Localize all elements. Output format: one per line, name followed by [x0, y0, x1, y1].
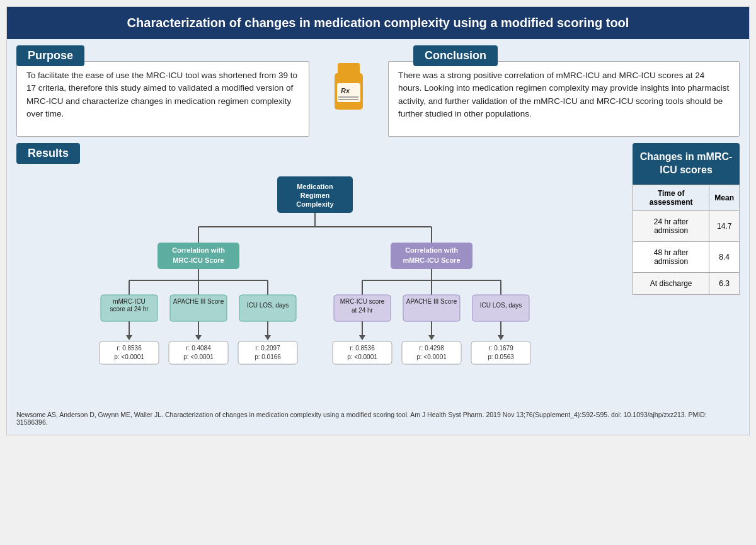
svg-text:r: 0.1679: r: 0.1679 — [488, 345, 513, 352]
main-container: Characterization of changes in medicatio… — [6, 6, 750, 435]
svg-text:Regimen: Regimen — [301, 192, 330, 199]
svg-text:MRC-ICU score: MRC-ICU score — [340, 298, 385, 305]
svg-text:p: <0.0001: p: <0.0001 — [416, 353, 447, 360]
svg-text:score at 24 hr: score at 24 hr — [110, 306, 149, 313]
svg-text:r: 0.4298: r: 0.4298 — [419, 345, 444, 352]
svg-text:APACHE III Score: APACHE III Score — [406, 298, 457, 305]
purpose-label: Purpose — [16, 45, 84, 66]
svg-text:at 24 hr: at 24 hr — [352, 307, 374, 314]
results-label: Results — [16, 143, 80, 164]
table-cell-time: 24 hr after admission — [633, 210, 709, 241]
tree-diagram: Medication Regimen Complexity Correlatio… — [82, 170, 561, 403]
top-section: Purpose To facilitate the ease of use th… — [16, 45, 740, 137]
purpose-text: To facilitate the ease of use the MRC-IC… — [16, 61, 309, 137]
table-row: 24 hr after admission14.7 — [633, 210, 740, 241]
svg-text:r: 0.2097: r: 0.2097 — [255, 345, 280, 352]
svg-text:Rx: Rx — [341, 87, 350, 95]
table-cell-mean: 14.7 — [709, 210, 740, 241]
col-time-header: Time of assessment — [633, 185, 709, 210]
svg-text:p: <0.0001: p: <0.0001 — [114, 353, 144, 360]
svg-text:Medication: Medication — [297, 183, 333, 190]
purpose-block: Purpose To facilitate the ease of use th… — [16, 45, 309, 137]
svg-text:p: 0.0563: p: 0.0563 — [488, 353, 514, 360]
svg-text:p: 0.0166: p: 0.0166 — [255, 353, 281, 360]
changes-table: Time of assessment Mean 24 hr after admi… — [633, 185, 740, 295]
svg-text:ICU LOS, days: ICU LOS, days — [247, 302, 289, 309]
conclusion-block: Conclusion There was a strong positive c… — [388, 45, 740, 137]
table-row: 48 hr after admission8.4 — [633, 241, 740, 272]
svg-text:Correlation with: Correlation with — [405, 246, 458, 254]
table-cell-time: 48 hr after admission — [633, 241, 709, 272]
svg-marker-51 — [359, 335, 365, 340]
pill-icon-area: Rx — [322, 45, 375, 137]
svg-marker-55 — [498, 335, 504, 340]
conclusion-label: Conclusion — [413, 45, 498, 66]
svg-text:r: 0.8536: r: 0.8536 — [350, 345, 375, 352]
svg-rect-0 — [338, 63, 360, 74]
svg-text:MRC-ICU Score: MRC-ICU Score — [173, 256, 224, 264]
svg-text:r: 0.4084: r: 0.4084 — [186, 345, 211, 352]
middle-section: Results Medication Regimen Complexity — [16, 143, 740, 403]
changes-table-title: Changes in mMRC-ICU scores — [633, 143, 740, 185]
svg-text:p: <0.0001: p: <0.0001 — [183, 353, 214, 360]
changes-table-block: Changes in mMRC-ICU scores Time of asses… — [633, 143, 740, 295]
svg-marker-53 — [428, 335, 435, 340]
content-area: Purpose To facilitate the ease of use th… — [7, 39, 749, 435]
table-cell-time: At discharge — [633, 272, 709, 294]
svg-text:ICU LOS, days: ICU LOS, days — [480, 302, 522, 309]
svg-marker-49 — [265, 335, 271, 340]
col-mean-header: Mean — [709, 185, 740, 210]
svg-text:Complexity: Complexity — [296, 200, 334, 208]
svg-text:r: 0.8536: r: 0.8536 — [117, 345, 142, 352]
svg-marker-47 — [195, 335, 202, 340]
conclusion-text: There was a strong positive correlation … — [388, 61, 740, 137]
svg-text:mMRC-ICU: mMRC-ICU — [113, 298, 146, 305]
svg-text:mMRC-ICU Score: mMRC-ICU Score — [403, 256, 460, 264]
page-title: Characterization of changes in medicatio… — [7, 7, 749, 39]
results-diagram-area: Results Medication Regimen Complexity — [16, 143, 626, 403]
citation: Newsome AS, Anderson D, Gwynn ME, Waller… — [16, 408, 740, 428]
table-cell-mean: 6.3 — [709, 272, 740, 294]
svg-text:APACHE III Score: APACHE III Score — [173, 298, 224, 305]
table-cell-mean: 8.4 — [709, 241, 740, 272]
table-row: At discharge6.3 — [633, 272, 740, 294]
svg-marker-45 — [126, 335, 132, 340]
svg-text:Correlation with: Correlation with — [172, 246, 225, 254]
svg-text:p: <0.0001: p: <0.0001 — [347, 353, 377, 360]
pill-bottle-icon: Rx — [328, 63, 369, 120]
